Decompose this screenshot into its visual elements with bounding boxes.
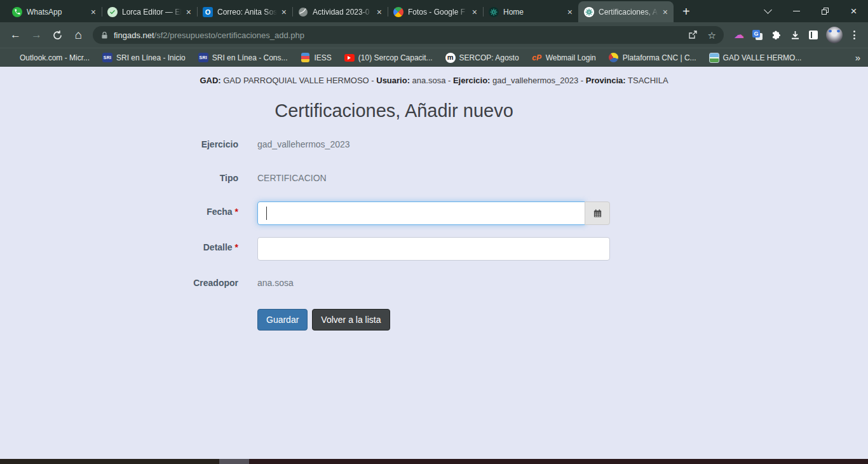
bookmark-label: SERCOP: Agosto: [459, 53, 519, 62]
bookmark-sri-inicio[interactable]: SRI SRI en Línea - Inicio: [102, 53, 186, 63]
browser-menu-icon[interactable]: [851, 31, 858, 39]
form-row-creadopor: Creadopor ana.sosa: [178, 273, 610, 294]
download-icon[interactable]: [790, 30, 801, 41]
fecha-label: Fecha: [207, 207, 232, 217]
side-panel-icon[interactable]: [809, 31, 818, 39]
tab-title: WhatsApp: [27, 8, 86, 17]
url-domain: fingads.net: [114, 31, 154, 40]
globe-icon: [298, 7, 308, 17]
back-button[interactable]: ←: [5, 25, 26, 45]
bookmark-iess[interactable]: IESS: [301, 53, 332, 63]
tab-close-icon[interactable]: ×: [281, 8, 287, 17]
bookmark-sercop-youtube[interactable]: (10) Sercop Capacit...: [344, 53, 433, 63]
bookmark-label: GAD VALLE HERMO...: [723, 53, 802, 62]
user-value: ana.sosa: [410, 76, 445, 85]
bookmark-star-icon[interactable]: ☆: [708, 31, 716, 40]
tab-whatsapp[interactable]: WhatsApp ×: [6, 1, 102, 22]
bookmark-label: SRI en Línea - Inicio: [116, 53, 186, 62]
new-tab-button[interactable]: +: [682, 5, 690, 18]
bookmarks-bar: Outlook.com - Micr... SRI SRI en Línea -…: [0, 48, 868, 67]
tab-title: Actividad 2023-0: [313, 8, 372, 17]
tab-close-icon[interactable]: ×: [91, 8, 96, 17]
tab-close-icon[interactable]: ×: [472, 8, 477, 17]
tab-correo-outlook[interactable]: O Correo: Anita Sos ×: [197, 1, 292, 22]
exercise-value: gad_vallehermos_2023: [490, 76, 578, 85]
youtube-icon: [344, 54, 355, 62]
tab-close-icon[interactable]: ×: [663, 8, 668, 17]
bookmark-label: Plataforma CNC | C...: [623, 53, 696, 62]
profile-avatar[interactable]: [826, 27, 843, 43]
detalle-label: Detalle: [203, 242, 233, 252]
restore-button[interactable]: [811, 0, 839, 22]
bookmark-label: SRI en Línea - Cons...: [212, 53, 288, 62]
gad-landscape-icon: [709, 53, 719, 63]
close-window-button[interactable]: ×: [839, 0, 868, 22]
tab-title: Lorca Editor — El: [122, 8, 182, 17]
microsoft-icon: [8, 53, 16, 62]
tab-fotos-google[interactable]: Fotos - Google F ×: [388, 1, 483, 22]
minimize-button[interactable]: [782, 0, 811, 22]
exercise-label: Ejercicio:: [453, 76, 491, 85]
iess-icon: [301, 53, 309, 62]
google-photos-icon: [393, 7, 403, 17]
tab-title: Home: [503, 8, 563, 17]
creadopor-value: ana.sosa: [257, 273, 610, 288]
gad-label: GAD:: [200, 76, 220, 85]
required-asterisk: *: [235, 242, 238, 252]
fecha-input[interactable]: [257, 201, 585, 225]
detalle-input[interactable]: [257, 237, 610, 261]
sercop-icon: m: [445, 53, 456, 63]
tab-close-icon[interactable]: ×: [377, 8, 382, 17]
bookmark-gad-valle-hermoso[interactable]: GAD VALLE HERMO...: [709, 53, 802, 63]
cpanel-icon: cP: [532, 53, 541, 62]
bookmark-sercop-agosto[interactable]: m SERCOP: Agosto: [445, 53, 519, 63]
bookmark-outlook[interactable]: Outlook.com - Micr...: [8, 53, 90, 62]
cloud-extension-icon[interactable]: ☁: [734, 30, 744, 40]
address-bar[interactable]: fingads.net/sf2/presupuesto/certificacio…: [93, 26, 724, 44]
form-buttons: Guardar Volver a la lista: [257, 309, 610, 331]
province-value: TSACHILA: [626, 76, 668, 85]
tab-bar: WhatsApp × Lorca Editor — El × O Correo:…: [0, 0, 868, 22]
volver-button[interactable]: Volver a la lista: [312, 309, 390, 331]
browser-toolbar: ← → ⌂ fingads.net/sf2/presupuesto/certif…: [0, 22, 868, 48]
page-content: GAD: GAD PARROQUIAL VALLE HERMOSO - Usua…: [0, 67, 868, 459]
sri-icon: SRI: [198, 53, 208, 62]
creadopor-label: Creadopor: [178, 273, 238, 294]
calendar-icon: [593, 208, 602, 218]
tipo-value: CERTIFICACION: [257, 168, 610, 183]
tab-certificaciones-active[interactable]: Certificaciones, A ×: [578, 1, 674, 22]
check-circle-icon: [107, 7, 118, 17]
tab-home[interactable]: Home ×: [483, 1, 578, 22]
extensions-puzzle-icon[interactable]: [771, 30, 782, 41]
translate-extension-icon[interactable]: G: [752, 30, 763, 40]
bookmark-webmail[interactable]: cP Webmail Login: [532, 53, 596, 63]
home-button[interactable]: ⌂: [68, 25, 89, 45]
forward-button[interactable]: →: [26, 25, 47, 45]
restore-icon: [822, 8, 829, 15]
tab-title: Fotos - Google F: [408, 8, 468, 17]
tab-lorca-editor[interactable]: Lorca Editor — El ×: [102, 1, 197, 22]
required-asterisk: *: [235, 207, 238, 217]
bookmark-label: (10) Sercop Capacit...: [358, 53, 433, 62]
bookmarks-overflow-icon[interactable]: »: [855, 52, 860, 63]
share-icon[interactable]: [688, 30, 698, 40]
form-row-tipo: Tipo CERTIFICACION: [178, 168, 610, 189]
guardar-button[interactable]: Guardar: [257, 309, 308, 331]
bookmark-plataforma-cnc[interactable]: Plataforma CNC | C...: [609, 53, 696, 63]
tab-close-icon[interactable]: ×: [186, 8, 191, 17]
calendar-button[interactable]: [585, 201, 610, 225]
tab-actividad[interactable]: Actividad 2023-0 ×: [292, 1, 388, 22]
bookmark-sri-consultas[interactable]: SRI SRI en Línea - Cons...: [198, 53, 288, 63]
fingads-gear-icon: [584, 7, 594, 17]
tab-search-button[interactable]: [754, 0, 782, 22]
tipo-label: Tipo: [178, 168, 238, 189]
tab-close-icon[interactable]: ×: [567, 8, 573, 17]
tab-title: Certificaciones, A: [599, 8, 658, 17]
reload-button[interactable]: [47, 25, 68, 45]
url-actions: ☆: [688, 30, 716, 40]
extensions-area: ☁ G: [729, 27, 863, 43]
fingads-gear-icon: [489, 7, 499, 17]
window-controls: ×: [754, 0, 868, 22]
minimize-icon: [793, 11, 800, 12]
province-label: Provincia:: [586, 76, 626, 85]
